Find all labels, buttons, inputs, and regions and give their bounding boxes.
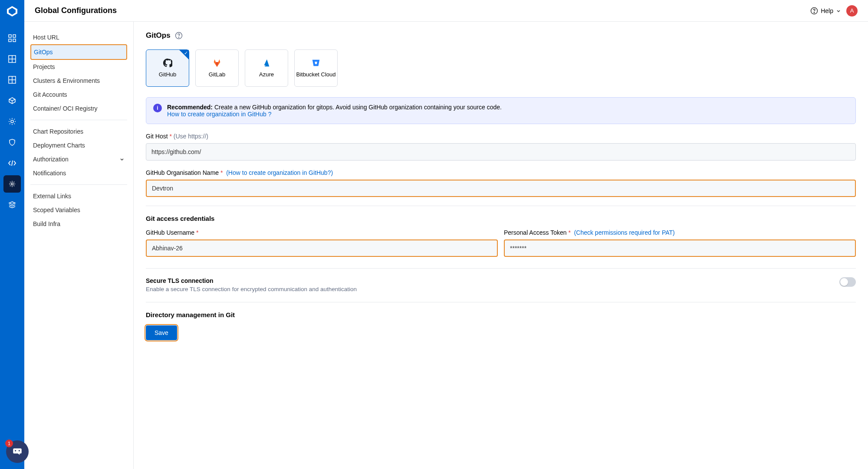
creds-heading: Git access credentials <box>146 215 856 222</box>
side-git-accounts[interactable]: Git Accounts <box>30 88 127 102</box>
nav-cube-icon[interactable] <box>3 92 21 109</box>
side-build-infra[interactable]: Build Infra <box>30 217 127 231</box>
chat-button[interactable]: 1 <box>6 440 29 463</box>
help-menu[interactable]: Help <box>810 7 841 15</box>
svg-point-16 <box>11 120 13 123</box>
azure-icon <box>262 58 271 68</box>
svg-point-24 <box>178 37 179 37</box>
svg-line-14 <box>12 99 15 101</box>
side-notifications[interactable]: Notifications <box>30 166 127 180</box>
svg-rect-3 <box>13 35 16 37</box>
provider-gitlab[interactable]: GitLab <box>195 49 239 87</box>
nav-apps-icon[interactable] <box>3 30 21 47</box>
side-container-registry[interactable]: Container/ OCI Registry <box>30 102 127 115</box>
chevron-down-icon <box>119 157 125 162</box>
settings-sidebar: Host URL GitOps Projects Clusters & Envi… <box>24 22 134 469</box>
nav-rail: 1 <box>0 0 24 469</box>
nav-stack-icon[interactable] <box>3 196 21 213</box>
nav-grid-icon[interactable] <box>3 50 21 68</box>
pat-label: Personal Access Token * (Check permissio… <box>504 229 856 236</box>
org-name-input[interactable] <box>146 180 856 197</box>
app-logo <box>5 4 19 18</box>
svg-point-17 <box>11 183 13 185</box>
svg-marker-18 <box>9 202 15 204</box>
info-banner: i Recommended: Create a new GitHub organ… <box>146 97 856 124</box>
info-icon: i <box>153 104 162 112</box>
tls-title: Secure TLS connection <box>146 277 357 284</box>
svg-line-13 <box>9 99 12 101</box>
username-input[interactable] <box>146 239 498 257</box>
divider <box>30 184 127 185</box>
divider <box>30 120 127 120</box>
nav-shield-icon[interactable] <box>3 134 21 151</box>
provider-cards: GitHub GitLab Azure Bitbucket Cloud <box>146 49 856 87</box>
page-title: GitOps <box>146 31 171 40</box>
help-icon[interactable] <box>175 32 183 39</box>
chat-badge: 1 <box>5 439 13 447</box>
banner-link[interactable]: How to create organization in GitHub ? <box>167 111 271 118</box>
user-avatar[interactable]: A <box>846 5 858 16</box>
provider-bitbucket[interactable]: Bitbucket Cloud <box>294 49 338 87</box>
help-label: Help <box>821 7 833 14</box>
side-clusters[interactable]: Clusters & Environments <box>30 74 127 88</box>
header: Global Configurations Help A <box>24 0 868 22</box>
side-deploy-charts[interactable]: Deployment Charts <box>30 138 127 152</box>
svg-point-19 <box>15 450 16 451</box>
tls-toggle[interactable] <box>839 277 856 287</box>
git-host-label: Git Host * (Use https://) <box>146 133 856 140</box>
side-gitops[interactable]: GitOps <box>30 44 127 60</box>
side-host-url[interactable]: Host URL <box>30 30 127 44</box>
pat-input[interactable] <box>504 239 856 257</box>
side-scoped-vars[interactable]: Scoped Variables <box>30 203 127 217</box>
bitbucket-icon <box>311 58 321 68</box>
svg-point-20 <box>19 450 20 451</box>
nav-settings-icon[interactable] <box>3 175 21 193</box>
svg-rect-5 <box>13 39 16 42</box>
nav-gear2-icon[interactable] <box>3 113 21 130</box>
save-button[interactable]: Save <box>146 325 177 340</box>
side-projects[interactable]: Projects <box>30 60 127 74</box>
banner-label: Recommended: <box>167 104 213 111</box>
svg-rect-2 <box>9 35 11 37</box>
tls-subtitle: Enable a secure TLS connection for encry… <box>146 286 357 292</box>
svg-rect-4 <box>9 39 11 42</box>
nav-grid2-icon[interactable] <box>3 71 21 89</box>
side-chart-repos[interactable]: Chart Repositories <box>30 125 127 138</box>
provider-azure[interactable]: Azure <box>245 49 288 87</box>
org-name-label: GitHub Organisation Name * (How to creat… <box>146 169 856 176</box>
nav-code-icon[interactable] <box>3 154 21 172</box>
org-help-link[interactable]: (How to create organization in GitHub?) <box>226 169 333 176</box>
side-authorization[interactable]: Authorization <box>30 152 127 166</box>
side-external-links[interactable]: External Links <box>30 189 127 203</box>
svg-point-22 <box>814 12 815 13</box>
git-host-input[interactable] <box>146 143 856 161</box>
github-icon <box>163 58 172 68</box>
provider-github[interactable]: GitHub <box>146 49 189 87</box>
page-header-title: Global Configurations <box>35 6 117 15</box>
content-area: GitOps GitHub GitLab Azure <box>134 22 868 469</box>
banner-text: Create a new GitHub organization for git… <box>214 104 502 111</box>
gitlab-icon <box>212 58 222 68</box>
pat-help-link[interactable]: (Check permissions required for PAT) <box>574 229 675 236</box>
username-label: GitHub Username * <box>146 229 498 236</box>
chevron-down-icon <box>836 8 841 13</box>
dir-heading: Directory management in Git <box>146 311 856 318</box>
